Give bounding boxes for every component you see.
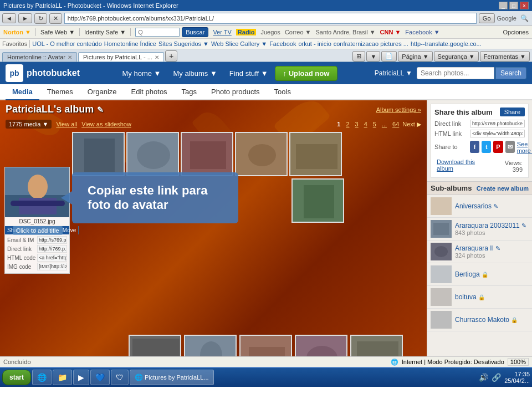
photo-item[interactable] — [295, 335, 347, 356]
identity-safe-label[interactable]: Identity Safe ▼ — [84, 29, 126, 35]
photo-item[interactable] — [181, 132, 233, 176]
facebook-share-icon[interactable]: f — [470, 141, 479, 153]
next-page-link[interactable]: Next ▶ — [402, 121, 421, 128]
my-home-nav[interactable]: My home ▼ — [117, 67, 167, 80]
taskbar-open-window[interactable]: 🌐 Pictures by PatriciaLL... — [130, 370, 214, 385]
web-slice-link[interactable]: Web Slice Gallery ▼ — [211, 40, 267, 47]
page-btn[interactable]: Página ▼ — [398, 51, 432, 62]
zoom-level[interactable]: 100% — [508, 358, 529, 366]
page-2[interactable]: 2 — [344, 120, 351, 128]
tab-hometonline[interactable]: Hometonline :: Avatar ✕ — [2, 52, 77, 62]
twitter-share-icon[interactable]: t — [482, 141, 491, 153]
stop-btn[interactable]: ✕ — [49, 13, 62, 24]
sub-album-bertioga[interactable]: Bertioga 🔒 — [427, 263, 532, 286]
media-nav-organize[interactable]: Organize — [81, 84, 124, 100]
sub-album-araraquara1[interactable]: Araraquara 20032011 ✎ 843 photos — [427, 218, 532, 241]
edit-icon[interactable]: ✎ — [493, 203, 498, 209]
photobucket-share-icon[interactable]: P — [493, 141, 503, 153]
ver-tv[interactable]: Ver TV — [213, 29, 231, 35]
tab-list-btn[interactable]: ▼ — [366, 51, 380, 62]
tab-photobucket-close[interactable]: ✕ — [155, 54, 159, 60]
taskbar-explorer[interactable]: 📁 — [53, 370, 72, 385]
buscar-btn[interactable]: Buscar — [182, 27, 208, 37]
see-more-link[interactable]: See more » — [517, 141, 532, 154]
new-tab-btn[interactable]: + — [165, 50, 177, 62]
direct-link-input[interactable] — [470, 120, 525, 127]
page-1[interactable]: 1 — [335, 120, 342, 128]
address-bar[interactable] — [64, 13, 477, 24]
confraternizacao-link[interactable]: confraternizacao pictures ... — [334, 40, 408, 47]
click-to-add-title[interactable]: Click to add title — [13, 226, 63, 235]
back-btn[interactable]: ◄ — [2, 13, 16, 23]
edit-album-icon[interactable]: ✎ — [97, 105, 104, 114]
forward-btn[interactable]: ► — [18, 13, 32, 23]
juegos-link[interactable]: Juegos — [260, 29, 280, 35]
security-btn[interactable]: Segurança ▼ — [434, 51, 479, 62]
sites-sugeridos-link[interactable]: Sites Sugeridos ▼ — [158, 40, 209, 47]
upload-now-button[interactable]: ↑ Upload now — [275, 66, 338, 81]
quick-tabs-btn[interactable]: ⊞ — [352, 51, 365, 62]
orkut-link[interactable]: orkut - inicio — [298, 40, 331, 47]
selected-photo-thumb[interactable] — [5, 167, 69, 217]
direct-value[interactable]: http://i769.p... — [37, 245, 67, 253]
photo-item[interactable] — [235, 132, 288, 176]
facebook-link[interactable]: Facebook ▼ — [405, 29, 439, 35]
album-settings-btn[interactable]: Album settings » — [376, 106, 421, 113]
email-share-icon[interactable]: ✉ — [505, 141, 515, 153]
refresh-btn[interactable]: ↻ — [34, 13, 47, 24]
cnn-link[interactable]: CNN ▼ — [380, 29, 401, 35]
start-button[interactable]: start — [2, 370, 31, 385]
page-64[interactable]: 64 — [390, 120, 401, 128]
sub-album-aniversarios[interactable]: Aniversarios ✎ — [427, 195, 532, 218]
tools-btn[interactable]: Ferramentas ▼ — [480, 51, 530, 62]
opciones-link[interactable]: Opciones — [503, 29, 529, 35]
media-nav-media[interactable]: Media — [6, 84, 39, 100]
sub-album-araraquara2[interactable]: Araraquara II ✎ 324 photos — [427, 241, 532, 263]
norton-label[interactable]: Norton ▼ — [3, 29, 31, 35]
media-nav-themes[interactable]: Themes — [40, 84, 80, 100]
share-button[interactable]: Share — [500, 108, 525, 116]
photo-item[interactable] — [184, 335, 237, 356]
pb-search-button[interactable]: Search — [495, 67, 526, 79]
photo-item[interactable] — [291, 178, 344, 223]
page-3[interactable]: 3 — [353, 120, 361, 128]
facebook-fav-link[interactable]: Facebook — [269, 40, 296, 47]
photo-item[interactable] — [289, 132, 342, 176]
speaker-icon[interactable]: 🔊 — [479, 373, 488, 382]
slideshow-link[interactable]: View as slideshow — [81, 121, 131, 127]
media-nav-tools[interactable]: Tools — [268, 84, 298, 100]
pb-user-dropdown[interactable]: PatriciaLL ▼ — [375, 69, 412, 77]
window-controls[interactable]: _ □ × — [499, 2, 529, 9]
edit-icon2[interactable]: ✎ — [521, 222, 526, 229]
media-nav-edit-photos[interactable]: Edit photos — [125, 84, 174, 100]
minimize-btn[interactable]: _ — [499, 2, 508, 9]
page-4[interactable]: 4 — [362, 120, 370, 128]
pb-search-input[interactable] — [417, 67, 494, 79]
download-label[interactable]: Download this album — [437, 158, 493, 172]
safe-web-label[interactable]: Safe Web ▼ — [40, 29, 75, 35]
go-btn[interactable]: Go — [479, 13, 495, 23]
history-btn[interactable]: 📄 — [381, 51, 397, 62]
photo-item[interactable] — [126, 132, 179, 176]
email-value[interactable]: http://s769.photobuc... — [37, 236, 67, 244]
find-stuff-nav[interactable]: Find stuff ▼ — [224, 67, 274, 80]
media-count[interactable]: 1775 media ▼ — [6, 120, 52, 129]
search-bar-input[interactable] — [135, 28, 180, 37]
radio-link[interactable]: Radio — [236, 29, 257, 35]
photo-item[interactable] — [350, 335, 403, 356]
html-value[interactable]: <a href="http://s769... — [37, 254, 67, 262]
santo-andre-link[interactable]: Santo Andre, Brasil ▼ — [315, 29, 375, 35]
taskbar-ie[interactable]: 🌐 — [32, 370, 52, 385]
media-nav-tags[interactable]: Tags — [175, 84, 203, 100]
tab-photobucket[interactable]: Pictures by PatriciaLL - ... ✕ — [78, 52, 164, 62]
sub-album-boituva[interactable]: boituva 🔒 — [427, 286, 532, 309]
maximize-btn[interactable]: □ — [509, 2, 518, 9]
create-album-button[interactable]: Create new album — [477, 185, 529, 192]
photo-item[interactable] — [72, 132, 125, 176]
taskbar-norton[interactable]: 🛡 — [111, 370, 129, 385]
taskbar-hp[interactable]: 💙 — [90, 370, 110, 385]
tab-hometonline-close[interactable]: ✕ — [68, 54, 72, 60]
translate-link[interactable]: http--translate.google.co... — [411, 40, 482, 47]
uol-link[interactable]: UOL - O melhor conteúdo — [32, 40, 102, 47]
move-action[interactable]: Move — [60, 226, 79, 234]
